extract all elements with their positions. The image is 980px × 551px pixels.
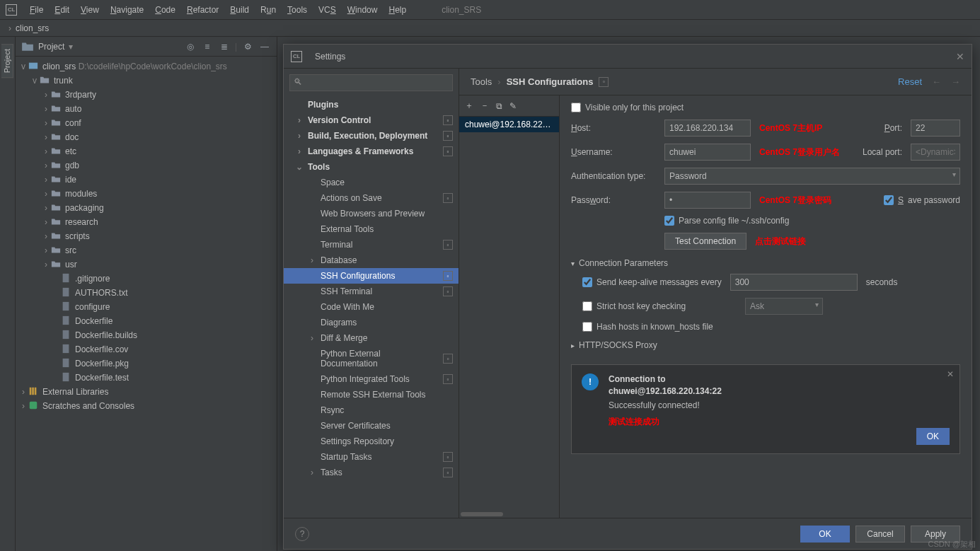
tree-folder[interactable]: ›3rdparty xyxy=(16,88,277,102)
tree-folder[interactable]: ›src xyxy=(16,243,277,257)
settings-category[interactable]: Startup Tasks▫ xyxy=(284,449,459,465)
tree-file[interactable]: configure xyxy=(16,300,277,314)
remove-icon[interactable]: － xyxy=(480,100,489,112)
settings-category[interactable]: ›Version Control▫ xyxy=(284,112,459,128)
notice-close-icon[interactable]: ✕ xyxy=(947,369,954,379)
horizontal-scrollbar[interactable] xyxy=(459,512,559,518)
gear-icon[interactable]: ⚙ xyxy=(241,40,254,53)
menu-build[interactable]: Build xyxy=(226,4,253,16)
copy-icon[interactable]: ⧉ xyxy=(496,101,502,111)
settings-category[interactable]: ⌄Tools xyxy=(284,159,459,175)
menu-window[interactable]: Window xyxy=(343,4,382,16)
ok-button[interactable]: OK xyxy=(800,526,850,543)
settings-category[interactable]: Diagrams xyxy=(284,315,459,330)
tree-file[interactable]: Dockerfile.pkg xyxy=(16,356,277,371)
tree-file[interactable]: .gitignore xyxy=(16,272,277,286)
settings-category[interactable]: SSH Terminal▫ xyxy=(284,284,459,299)
settings-category[interactable]: ›Build, Execution, Deployment▫ xyxy=(284,128,459,144)
menu-help[interactable]: Help xyxy=(384,4,410,16)
settings-categories[interactable]: Plugins›Version Control▫›Build, Executio… xyxy=(284,97,459,518)
settings-category[interactable]: Code With Me xyxy=(284,299,459,315)
tree-folder[interactable]: ›packaging xyxy=(16,201,277,215)
reset-link[interactable]: Reset xyxy=(898,76,922,87)
hash-hosts-checkbox[interactable]: Hash hosts in known_hosts file xyxy=(582,322,713,332)
project-tool-tab[interactable]: Project xyxy=(1,44,13,78)
project-tree[interactable]: v clion_srs D:\codelife\hpCode\workCode\… xyxy=(16,57,277,551)
nav-forward-icon[interactable]: → xyxy=(951,76,960,87)
menu-vcs[interactable]: VCS xyxy=(314,4,340,16)
settings-category[interactable]: Python Integrated Tools▫ xyxy=(284,371,459,387)
auth-type-select[interactable]: Password xyxy=(664,168,960,185)
tree-scratches[interactable]: › Scratches and Consoles xyxy=(16,399,277,413)
menu-refactor[interactable]: Refactor xyxy=(183,4,223,16)
hide-icon[interactable]: — xyxy=(258,40,271,53)
test-connection-button[interactable]: Test Connection xyxy=(664,233,746,250)
breadcrumb-item[interactable]: clion_srs xyxy=(16,23,49,33)
breadcrumb-root[interactable]: Tools xyxy=(471,76,492,87)
settings-category[interactable]: ›Tasks▫ xyxy=(284,465,459,480)
close-icon[interactable]: ✕ xyxy=(956,51,964,62)
parse-config-checkbox[interactable]: Parse config file ~/.ssh/config xyxy=(664,216,789,226)
settings-category[interactable]: Server Certificates xyxy=(284,418,459,434)
settings-category[interactable]: Space xyxy=(284,175,459,190)
notice-ok-button[interactable]: OK xyxy=(916,428,950,445)
tree-file[interactable]: Dockerfile.cov xyxy=(16,342,277,356)
visible-only-checkbox[interactable]: Visible only for this project xyxy=(571,103,684,112)
settings-category[interactable]: Web Browsers and Preview xyxy=(284,206,459,221)
dropdown-icon[interactable]: ▾ xyxy=(69,42,73,52)
keepalive-checkbox[interactable]: Send keep-alive messages every xyxy=(582,277,722,287)
cancel-button[interactable]: Cancel xyxy=(855,526,905,543)
collapse-all-icon[interactable]: ≣ xyxy=(218,40,231,53)
menu-navigate[interactable]: Navigate xyxy=(106,4,148,16)
tree-file[interactable]: Dockerfile.test xyxy=(16,371,277,385)
ssh-config-item[interactable]: chuwei@192.168.220.1 xyxy=(459,117,559,132)
settings-category[interactable]: ›Languages & Frameworks▫ xyxy=(284,144,459,159)
tree-file[interactable]: Dockerfile xyxy=(16,314,277,328)
password-input[interactable] xyxy=(664,192,751,209)
apply-button[interactable]: Apply xyxy=(911,526,960,543)
menu-code[interactable]: Code xyxy=(151,4,180,16)
settings-category[interactable]: External Tools xyxy=(284,221,459,237)
tree-folder[interactable]: ›doc xyxy=(16,130,277,144)
keepalive-input[interactable] xyxy=(730,274,858,291)
menu-run[interactable]: Run xyxy=(256,4,280,16)
tree-folder[interactable]: ›research xyxy=(16,215,277,229)
settings-category[interactable]: Python External Documentation▫ xyxy=(284,346,459,371)
menu-edit[interactable]: Edit xyxy=(50,4,74,16)
tree-folder[interactable]: ›conf xyxy=(16,116,277,130)
proxy-header[interactable]: ▸ HTTP/SOCKS Proxy xyxy=(571,340,960,350)
menu-file[interactable]: File xyxy=(25,4,47,16)
tree-folder[interactable]: ›auto xyxy=(16,102,277,116)
menu-view[interactable]: View xyxy=(76,4,103,16)
tree-external-libraries[interactable]: › External Libraries xyxy=(16,385,277,399)
connection-params-header[interactable]: ▾ Connection Parameters xyxy=(571,258,960,268)
tree-folder[interactable]: ›modules xyxy=(16,187,277,201)
add-icon[interactable]: ＋ xyxy=(465,100,473,112)
tree-folder[interactable]: ›gdb xyxy=(16,158,277,173)
tree-folder[interactable]: ›ide xyxy=(16,173,277,187)
tree-folder[interactable]: ›usr xyxy=(16,257,277,272)
username-input[interactable] xyxy=(664,144,751,161)
host-input[interactable] xyxy=(664,120,751,137)
tree-folder[interactable]: ›scripts xyxy=(16,229,277,243)
save-password-checkbox[interactable]: Save password xyxy=(884,195,960,205)
settings-category[interactable]: Settings Repository xyxy=(284,434,459,449)
expand-all-icon[interactable]: ≡ xyxy=(201,40,214,53)
tree-folder[interactable]: ›etc xyxy=(16,144,277,158)
help-icon[interactable]: ? xyxy=(295,527,309,541)
settings-category[interactable]: Plugins xyxy=(284,97,459,112)
tree-file[interactable]: Dockerfile.builds xyxy=(16,328,277,342)
strict-host-checkbox[interactable]: Strict host key checking xyxy=(582,301,686,311)
settings-category[interactable]: ›Database xyxy=(284,253,459,268)
settings-category[interactable]: Actions on Save▫ xyxy=(284,190,459,206)
settings-category[interactable]: SSH Configurations▫ xyxy=(284,268,459,284)
settings-category[interactable]: Terminal▫ xyxy=(284,237,459,253)
menu-tools[interactable]: Tools xyxy=(283,4,311,16)
tree-file[interactable]: AUTHORS.txt xyxy=(16,286,277,300)
settings-category[interactable]: Remote SSH External Tools xyxy=(284,387,459,402)
nav-back-icon[interactable]: ← xyxy=(932,76,941,87)
port-input[interactable] xyxy=(911,120,960,137)
edit-icon[interactable]: ✎ xyxy=(509,101,517,111)
tree-trunk[interactable]: v trunk xyxy=(16,74,277,88)
target-icon[interactable]: ◎ xyxy=(184,40,197,53)
